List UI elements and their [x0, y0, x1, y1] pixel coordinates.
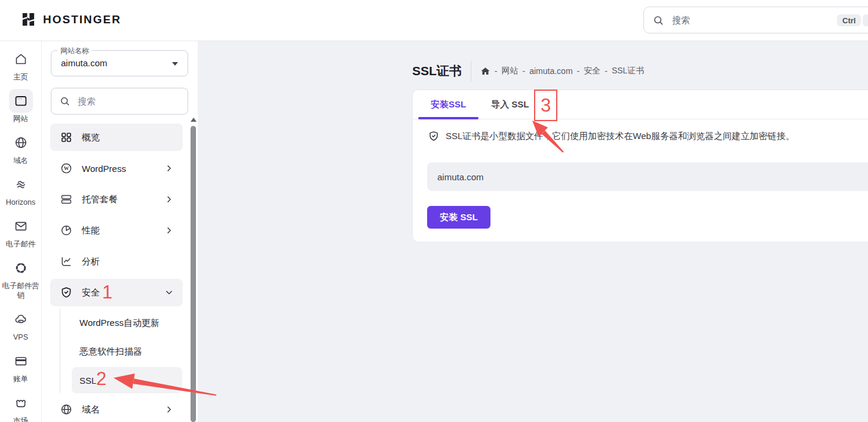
- caret-down-icon: [172, 62, 178, 66]
- brand-name: HOSTINGER: [43, 13, 121, 26]
- breadcrumb-site[interactable]: aimuta.com: [529, 66, 572, 76]
- global-search-input[interactable]: [671, 14, 817, 26]
- submenu-tree-line: [60, 309, 60, 393]
- chevron-right-icon: [164, 225, 174, 236]
- kbd-k-badge: K: [863, 14, 868, 26]
- email-envelope-icon: [9, 214, 33, 238]
- website-selector-label: 网站名称: [57, 46, 92, 56]
- hostinger-logo[interactable]: HOSTINGER: [20, 11, 121, 27]
- rail-item-billing[interactable]: 账单: [1, 349, 41, 384]
- website-sidebar: 网站名称 aimuta.com 概览 W WordPress: [42, 41, 198, 422]
- hosting-server-icon: [60, 193, 73, 206]
- rail-item-horizons[interactable]: Horizons: [1, 173, 41, 207]
- hostinger-logo-icon: [20, 11, 36, 27]
- billing-card-icon: [9, 349, 33, 373]
- rail-item-home[interactable]: 主页: [1, 47, 41, 82]
- svg-text:W: W: [64, 165, 69, 171]
- tab-import-ssl[interactable]: 导入 SSL: [479, 90, 541, 119]
- email-marketing-spinner-icon: [9, 256, 33, 280]
- title-divider: [471, 61, 471, 81]
- main-content: SSL证书 - 网站 - aimuta.com - 安全 - SSL证书 安装S…: [198, 41, 868, 422]
- sidebar-subitem-ssl[interactable]: SSL: [72, 367, 182, 393]
- rail-item-email-marketing[interactable]: 电子邮件营销: [1, 256, 41, 300]
- website-selector-value: aimuta.com: [61, 58, 108, 68]
- rail-item-domains[interactable]: 域名: [1, 131, 41, 165]
- search-icon: [59, 96, 70, 107]
- chevron-right-icon: [164, 163, 174, 174]
- wordpress-icon: W: [60, 162, 73, 175]
- chevron-down-icon: [164, 287, 174, 298]
- rail-item-websites[interactable]: 网站: [1, 89, 41, 124]
- primary-nav-rail: 主页 网站 域名 Horizons: [0, 41, 42, 422]
- annotation-step-2: 2: [96, 369, 106, 388]
- tab-install-ssl[interactable]: 安装SSL: [418, 90, 479, 119]
- security-shield-icon: [60, 286, 73, 299]
- domain-field[interactable]: [427, 162, 868, 191]
- rail-item-marketplace[interactable]: 市场: [1, 391, 41, 422]
- sidebar-subitem-malware-scanner[interactable]: 恶意软件扫描器: [72, 338, 182, 365]
- analytics-chart-icon: [60, 255, 73, 268]
- sidebar-item-performance[interactable]: 性能: [50, 217, 183, 244]
- scrollbar-up-arrow[interactable]: [191, 118, 197, 122]
- rail-item-vps[interactable]: VPS: [1, 307, 41, 342]
- sidebar-item-security[interactable]: 安全: [50, 279, 183, 306]
- sidebar-item-wordpress[interactable]: W WordPress: [50, 155, 183, 182]
- page-title: SSL证书: [412, 63, 462, 79]
- sidebar-item-hosting-plan[interactable]: 托管套餐: [50, 186, 183, 213]
- sidebar-item-analytics[interactable]: 分析: [50, 248, 183, 275]
- global-search[interactable]: Ctrl K: [643, 7, 868, 33]
- overview-grid-icon: [60, 131, 73, 144]
- chevron-right-icon: [164, 404, 174, 415]
- ssl-info-text: SSL证书是小型数据文件，它们使用加密技术在Web服务器和浏览器之间建立加密链接…: [446, 131, 795, 142]
- breadcrumb-security[interactable]: 安全: [584, 66, 600, 76]
- home-icon[interactable]: [480, 66, 490, 76]
- shield-check-icon: [428, 130, 440, 142]
- sidebar-item-domains[interactable]: 域名: [50, 396, 183, 422]
- sidebar-subitem-wordpress-auto-update[interactable]: WordPress自动更新: [72, 310, 182, 336]
- marketplace-basket-icon: [9, 391, 33, 415]
- search-icon: [652, 14, 664, 26]
- install-ssl-button[interactable]: 安装 SSL: [427, 206, 490, 229]
- breadcrumb-ssl: SSL证书: [612, 66, 644, 76]
- top-header: HOSTINGER Ctrl K: [0, 0, 868, 41]
- ssl-card: 安装SSL 导入 SSL SSL证书是小型数据文件，它们使用加密技术在Web服务…: [412, 90, 868, 242]
- performance-pie-icon: [60, 224, 73, 237]
- ssl-tabs: 安装SSL 导入 SSL: [413, 90, 868, 119]
- annotation-step-3-box: 3: [534, 90, 557, 121]
- rail-item-email[interactable]: 电子邮件: [1, 214, 41, 249]
- horizons-waves-icon: [9, 173, 33, 196]
- annotation-step-1: 1: [102, 283, 112, 301]
- scrollbar-thumb[interactable]: [191, 126, 196, 422]
- breadcrumb: - 网站 - aimuta.com - 安全 - SSL证书: [480, 66, 645, 76]
- kbd-ctrl-badge: Ctrl: [837, 14, 861, 26]
- sidebar-search[interactable]: [51, 88, 188, 115]
- annotation-step-3: 3: [541, 96, 551, 115]
- chevron-right-icon: [164, 194, 174, 205]
- breadcrumb-websites[interactable]: 网站: [502, 66, 519, 76]
- globe-icon: [9, 131, 33, 155]
- sidebar-item-overview[interactable]: 概览: [50, 124, 183, 151]
- websites-icon: [9, 89, 33, 113]
- home-icon: [9, 47, 33, 71]
- globe-icon: [60, 403, 73, 416]
- website-selector[interactable]: 网站名称 aimuta.com: [51, 50, 188, 76]
- sidebar-search-input[interactable]: [76, 96, 174, 107]
- vps-cloud-server-icon: [9, 307, 33, 331]
